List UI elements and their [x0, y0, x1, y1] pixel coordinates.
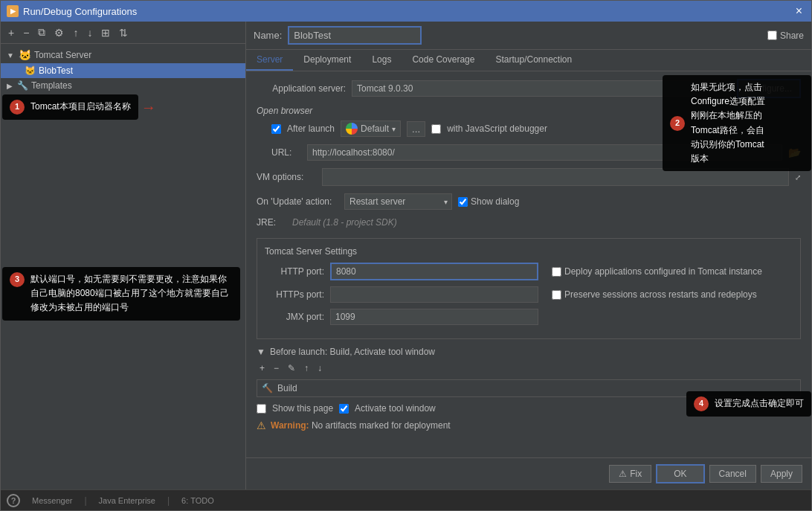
ok-button[interactable]: OK	[656, 464, 704, 483]
show-dialog-checkbox-wrapper: Show dialog	[458, 196, 519, 207]
preserve-sessions-label: Preserve sessions across restarts and re…	[564, 289, 757, 300]
warning-icon: ⚠	[257, 420, 266, 431]
jmx-port-input[interactable]	[330, 309, 538, 325]
browser-icon	[346, 123, 358, 135]
show-dialog-checkbox[interactable]	[458, 197, 468, 207]
jmx-port-label: JMX port:	[265, 312, 324, 322]
js-debugger-label: with JavaScript debugger	[447, 123, 547, 134]
config-tree: ▼ 🐱 Tomcat Server 🐱 BlobTest ▶ 🔧 Templat…	[1, 44, 245, 489]
bl-up-button[interactable]: ↑	[301, 361, 312, 375]
settings-button[interactable]: ⚙	[51, 25, 67, 40]
bl-down-button[interactable]: ↓	[315, 361, 325, 375]
show-page-checkbox[interactable]	[257, 404, 266, 414]
annotation-1: 1 Tomcat本项目启动器名称	[2, 94, 138, 120]
on-update-select[interactable]: Restart server	[344, 193, 452, 210]
tab-startup[interactable]: Startup/Connection	[485, 50, 582, 71]
add-config-button[interactable]: +	[5, 25, 17, 40]
blobtest-icon: 🐱	[25, 65, 36, 76]
taskbar-messenger[interactable]: Messenger	[32, 496, 72, 505]
after-launch-checkbox[interactable]	[271, 124, 281, 134]
blobtest-label: BlobTest	[39, 65, 73, 76]
help-button[interactable]: ?	[7, 494, 20, 507]
cancel-button[interactable]: Cancel	[709, 465, 756, 483]
activate-tool-window-label: Activate tool window	[355, 403, 436, 414]
js-debugger-checkbox[interactable]	[431, 124, 441, 134]
main-content: + − ⧉ ⚙ ↑ ↓ ⊞ ⇅ ▼ 🐱 Tomcat Server 🐱 Blob…	[1, 22, 811, 489]
apply-button[interactable]: Apply	[761, 465, 802, 483]
name-bar: Name: Share	[246, 22, 811, 50]
templates-icon: 🔧	[17, 80, 28, 91]
tab-deployment[interactable]: Deployment	[293, 50, 361, 71]
preserve-sessions-checkbox[interactable]	[552, 290, 561, 300]
http-port-input[interactable]	[330, 263, 538, 280]
filter-button[interactable]: ⊞	[98, 25, 113, 40]
window-title: Run/Debug Configurations	[23, 6, 137, 17]
before-launch-label: Before launch: Build, Activate tool wind…	[270, 347, 435, 357]
jre-value: Default (1.8 - project SDK)	[292, 217, 397, 228]
left-toolbar: + − ⧉ ⚙ ↑ ↓ ⊞ ⇅	[1, 22, 245, 44]
name-input[interactable]	[288, 26, 422, 45]
show-page-label: Show this page	[272, 403, 333, 414]
app-server-label: Application server:	[257, 83, 346, 94]
taskbar-divider2: |	[167, 495, 170, 506]
remove-config-button[interactable]: −	[20, 25, 32, 40]
tabs-bar: Server Deployment Logs Code Coverage Sta…	[246, 50, 811, 71]
https-port-label: HTTPs port:	[265, 289, 324, 300]
browser-dropdown-arrow: ▾	[392, 125, 396, 133]
ann2-line4: Tomcat路径，会自	[691, 125, 764, 135]
bl-remove-button[interactable]: −	[271, 361, 282, 375]
close-button[interactable]: ×	[793, 4, 805, 18]
share-checkbox[interactable]: Share	[767, 30, 804, 41]
vm-options-label: VM options:	[257, 172, 316, 182]
ann2-badge: 2	[670, 116, 685, 131]
move-down-button[interactable]: ↓	[84, 25, 95, 40]
expand-vm-icon[interactable]: ⤢	[795, 173, 801, 181]
on-update-row: On 'Update' action: Restart server Show …	[257, 193, 801, 210]
move-up-button[interactable]: ↑	[70, 25, 81, 40]
tomcat-icon: 🐱	[19, 49, 31, 61]
annotation-4-container: 4 设置完成点击确定即可	[686, 391, 811, 417]
on-update-select-wrapper: Restart server	[344, 193, 452, 210]
run-debug-window: ▶ Run/Debug Configurations × + − ⧉ ⚙ ↑ ↓…	[0, 0, 812, 511]
ann4-text: 设置完成点击确定即可	[715, 396, 804, 411]
name-label: Name:	[254, 30, 282, 41]
share-cb[interactable]	[767, 30, 777, 40]
browser-select[interactable]: Default ▾	[341, 120, 401, 137]
bl-add-button[interactable]: +	[257, 361, 268, 375]
https-port-input[interactable]	[330, 286, 538, 303]
taskbar-java-enterprise[interactable]: Java Enterprise	[99, 496, 155, 505]
on-update-label: On 'Update' action:	[257, 196, 338, 207]
annotation-1-container: 1 Tomcat本项目启动器名称 →	[2, 94, 156, 120]
taskbar: ? Messenger | Java Enterprise | 6: TODO	[1, 489, 811, 510]
activate-tool-window-checkbox[interactable]	[339, 404, 349, 414]
after-launch-label: After launch	[287, 123, 335, 134]
tomcat-server-group[interactable]: ▼ 🐱 Tomcat Server	[1, 47, 245, 63]
bl-edit-button[interactable]: ✎	[285, 361, 298, 375]
build-label: Build	[277, 383, 297, 393]
fix-button[interactable]: ⚠ Fix	[609, 465, 651, 483]
sort-button[interactable]: ⇅	[116, 25, 131, 40]
ann3-text: 默认端口号，如无需要则不需要更改，注意如果你自己电脑的8080端口被占用了这个地…	[30, 272, 233, 315]
copy-config-button[interactable]: ⧉	[35, 25, 48, 40]
browser-default-label: Default	[361, 123, 389, 134]
tab-code-coverage[interactable]: Code Coverage	[402, 50, 485, 71]
deploy-checkbox[interactable]	[552, 267, 561, 277]
deploy-label: Deploy applications configured in Tomcat…	[564, 266, 762, 277]
annotation-3: 3 默认端口号，如无需要则不需要更改，注意如果你自己电脑的8080端口被占用了这…	[2, 267, 240, 321]
ann2-line5: 动识别你的Tomcat	[691, 139, 764, 150]
collapse-arrow: ▼	[257, 347, 265, 357]
tomcat-settings-title: Tomcat Server Settings	[265, 246, 793, 257]
taskbar-divider1: |	[84, 495, 86, 506]
ann2-line1: 如果无此项，点击	[691, 82, 762, 92]
blobtest-item[interactable]: 🐱 BlobTest	[1, 63, 245, 78]
window-icon: ▶	[7, 5, 19, 17]
taskbar-todo[interactable]: 6: TODO	[181, 496, 214, 505]
tab-logs[interactable]: Logs	[361, 50, 402, 71]
left-panel: + − ⧉ ⚙ ↑ ↓ ⊞ ⇅ ▼ 🐱 Tomcat Server 🐱 Blob…	[1, 22, 246, 489]
templates-item[interactable]: ▶ 🔧 Templates	[1, 78, 245, 93]
before-launch-toolbar: + − ✎ ↑ ↓	[257, 361, 801, 375]
ann2-text: 如果无此项，点击 Configure选项配置 刚刚在本地解压的 Tomcat路径…	[691, 80, 765, 166]
tab-server[interactable]: Server	[246, 50, 293, 71]
before-launch-title: ▼ Before launch: Build, Activate tool wi…	[257, 347, 801, 357]
browser-more-button[interactable]: ...	[407, 121, 425, 137]
